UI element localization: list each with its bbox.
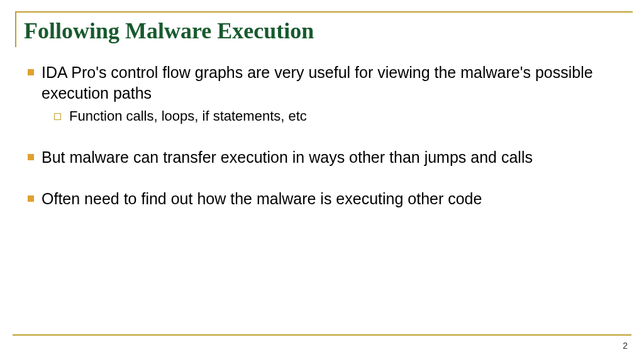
bullet-text: IDA Pro's control flow graphs are very u…: [42, 63, 593, 102]
title-container: Following Malware Execution: [15, 11, 621, 47]
bullet-text: But malware can transfer execution in wa…: [42, 148, 533, 166]
bullet-list: IDA Pro's control flow graphs are very u…: [26, 62, 614, 209]
list-item: But malware can transfer execution in wa…: [26, 147, 614, 168]
content-area: IDA Pro's control flow graphs are very u…: [15, 47, 621, 209]
list-item: Often need to find out how the malware i…: [26, 189, 614, 209]
sub-bullet-text: Function calls, loops, if statements, et…: [69, 108, 307, 124]
slide-title: Following Malware Execution: [24, 15, 621, 45]
bullet-text: Often need to find out how the malware i…: [42, 190, 482, 207]
page-number: 2: [623, 341, 628, 351]
footer-rule: [13, 334, 631, 336]
list-item: IDA Pro's control flow graphs are very u…: [26, 62, 614, 126]
slide: Following Malware Execution IDA Pro's co…: [0, 0, 644, 362]
sub-bullet-list: Function calls, loops, if statements, et…: [42, 107, 614, 126]
sub-list-item: Function calls, loops, if statements, et…: [42, 107, 614, 126]
title-top-rule: [16, 11, 633, 13]
